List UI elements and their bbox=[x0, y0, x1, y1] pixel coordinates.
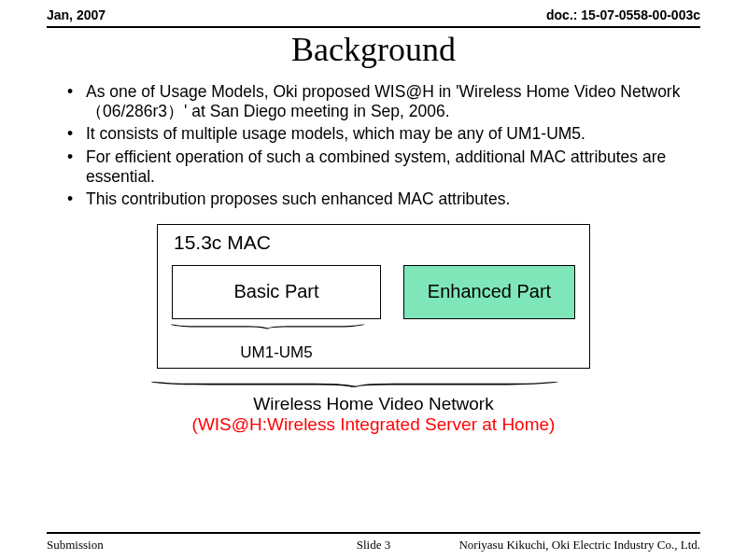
bullet-item: It consists of multiple usage models, wh… bbox=[65, 124, 682, 144]
um-range-label: UM1-UM5 bbox=[172, 343, 381, 362]
footer-rule bbox=[47, 532, 700, 534]
header-date: Jan, 2007 bbox=[47, 7, 106, 22]
slide-header: Jan, 2007 doc.: 15-07-0558-00-003c bbox=[0, 0, 747, 26]
enhanced-part-box: Enhanced Part bbox=[403, 265, 575, 319]
header-rule bbox=[47, 26, 700, 28]
bullet-item: As one of Usage Models, Oki proposed WIS… bbox=[65, 82, 682, 120]
diagram-caption-main: Wireless Home Video Network bbox=[0, 394, 747, 414]
bullet-item: This contribution proposes such enhanced… bbox=[65, 189, 682, 209]
outer-box-label: 15.3c MAC bbox=[174, 231, 271, 254]
diagram-caption-sub: (WIS@H:Wireless Integrated Server at Hom… bbox=[0, 414, 747, 435]
slide-footer: Submission Slide 3 Noriyasu Kikuchi, Oki… bbox=[47, 538, 700, 553]
bullet-list: As one of Usage Models, Oki proposed WIS… bbox=[65, 82, 682, 209]
brace-small-icon: ︸ bbox=[0, 317, 747, 340]
slide-title: Background bbox=[0, 30, 747, 69]
header-doc-id: doc.: 15-07-0558-00-003c bbox=[546, 7, 700, 22]
basic-part-box: Basic Part bbox=[172, 265, 381, 319]
slide: Jan, 2007 doc.: 15-07-0558-00-003c Backg… bbox=[0, 0, 747, 560]
footer-center: Slide 3 bbox=[47, 538, 700, 553]
bullet-item: For efficient operation of such a combin… bbox=[65, 147, 682, 186]
